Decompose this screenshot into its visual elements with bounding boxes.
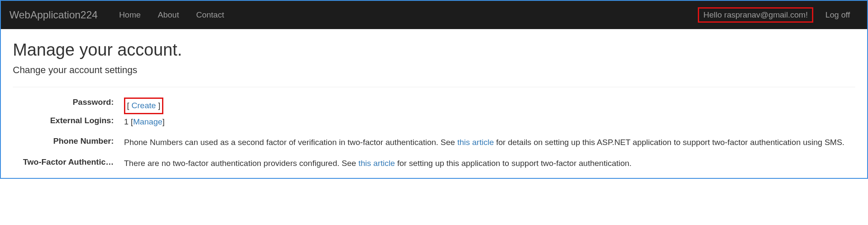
nav-contact[interactable]: Contact — [188, 3, 233, 27]
logoff-link[interactable]: Log off — [817, 3, 859, 27]
external-logins-value: 1 [Manage] — [124, 116, 855, 128]
divider — [13, 87, 855, 87]
external-logins-label: External Logins: — [13, 116, 114, 135]
password-bracket-open: [ — [127, 101, 132, 110]
navbar: WebApplication224 Home About Contact Hel… — [1, 1, 867, 29]
password-label: Password: — [13, 98, 114, 114]
page-subtitle: Change your account settings — [13, 65, 855, 76]
account-settings-list: Password: [ Create ] External Logins: 1 … — [13, 98, 855, 169]
two-factor-text-after: for setting up this application to suppo… — [395, 159, 632, 168]
nav-about[interactable]: About — [149, 3, 188, 27]
page-title: Manage your account. — [13, 40, 855, 59]
password-action-highlight: [ Create ] — [124, 98, 163, 114]
password-value: [ Create ] — [124, 98, 855, 114]
password-bracket-close: ] — [156, 101, 161, 110]
two-factor-article-link[interactable]: this article — [358, 159, 395, 168]
manage-external-logins-link[interactable]: Manage — [133, 117, 162, 126]
external-logins-bracket-close: ] — [162, 117, 165, 126]
two-factor-value: There are no two-factor authentication p… — [124, 157, 855, 170]
external-logins-bracket-open: [ — [129, 117, 133, 126]
create-password-link[interactable]: Create — [132, 101, 156, 110]
phone-label: Phone Number: — [13, 136, 114, 156]
two-factor-label: Two-Factor Authentic… — [13, 157, 114, 170]
nav-left: Home About Contact — [110, 3, 698, 27]
phone-text-after: for details on setting up this ASP.NET a… — [494, 138, 844, 147]
phone-text-before: Phone Numbers can used as a second facto… — [124, 138, 457, 147]
nav-right: Hello raspranav@gmail.com! Log off — [698, 3, 859, 27]
user-greeting-link[interactable]: Hello raspranav@gmail.com! — [698, 7, 813, 23]
navbar-brand[interactable]: WebApplication224 — [9, 1, 106, 29]
phone-article-link[interactable]: this article — [457, 138, 494, 147]
main-container: Manage your account. Change your account… — [1, 29, 867, 178]
external-logins-count: 1 — [124, 117, 129, 126]
nav-home[interactable]: Home — [110, 3, 149, 27]
two-factor-text-before: There are no two-factor authentication p… — [124, 159, 358, 168]
phone-value: Phone Numbers can used as a second facto… — [124, 136, 855, 149]
